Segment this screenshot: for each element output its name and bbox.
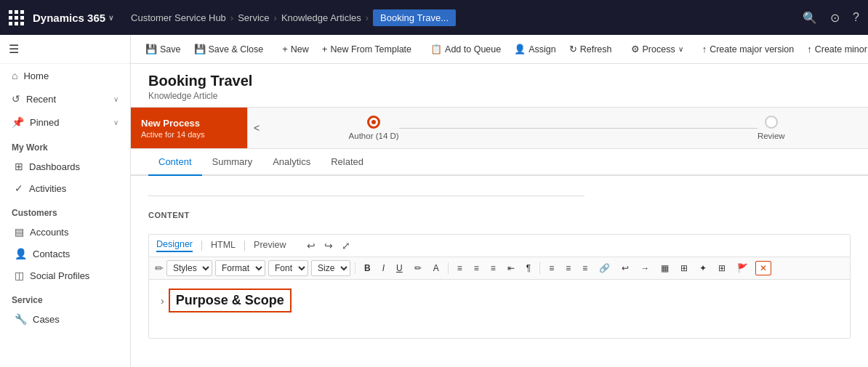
article-title-input[interactable] [148, 176, 584, 196]
bold-button[interactable]: B [360, 261, 375, 275]
format-select[interactable]: Format [215, 260, 265, 276]
save-button[interactable]: 💾 Save [140, 41, 187, 57]
content-section: CONTENT [131, 202, 868, 234]
refresh-button[interactable]: ↻ Refresh [563, 41, 618, 57]
redo2-button[interactable]: → [636, 261, 654, 275]
save-label: Save [160, 44, 181, 55]
tab-content[interactable]: Content [148, 149, 202, 176]
add-to-queue-button[interactable]: 📋 Add to Queue [425, 41, 507, 57]
undo2-button[interactable]: ↩ [617, 261, 633, 275]
process-button[interactable]: ⚙ Process ∨ [625, 41, 689, 57]
sidebar-item-pinned[interactable]: 📌 Pinned ∨ [0, 110, 130, 134]
list-ul-button[interactable]: ≡ [544, 261, 558, 275]
form-header: Booking Travel Knowledge Article [131, 64, 868, 107]
breadcrumb-active[interactable]: Booking Trave... [373, 9, 456, 26]
app-name[interactable]: Dynamics 365 ∨ [33, 12, 113, 24]
sidebar-item-contacts[interactable]: 👤 Contacts [0, 243, 130, 265]
search-icon[interactable]: 🔍 [803, 11, 817, 25]
clear-format-button[interactable]: ✕ [755, 261, 771, 275]
sidebar-item-recent[interactable]: ↺ Recent ∨ [0, 87, 130, 110]
align-justify-button[interactable]: ≡ [486, 261, 500, 275]
new-label: New [291, 44, 309, 55]
create-major-button[interactable]: ↑ Create major version [696, 41, 800, 57]
save-close-icon: 💾 [194, 44, 206, 55]
template-icon: + [322, 44, 328, 55]
section-my-work: My Work [0, 134, 130, 156]
queue-icon: 📋 [430, 44, 442, 55]
embed-button[interactable]: ⊞ [714, 261, 730, 275]
redo-button[interactable]: ↪ [324, 240, 333, 251]
app-chevron: ∨ [108, 14, 113, 22]
sidebar-item-home[interactable]: ⌂ Home [0, 64, 130, 87]
content-area: 💾 Save 💾 Save & Close + New + New From T… [131, 35, 868, 367]
process-bar: New Process Active for 14 days < Author … [131, 107, 868, 149]
align-right-button[interactable]: ≡ [578, 261, 592, 275]
sidebar-item-accounts[interactable]: ▤ Accounts [0, 221, 130, 243]
section-service: Service [0, 286, 130, 308]
pinned-chevron: ∨ [113, 118, 118, 126]
process-collapse-button[interactable]: < [247, 108, 265, 148]
font-select[interactable]: Font [268, 260, 308, 276]
hamburger-menu[interactable]: ☰ [9, 42, 19, 56]
undo-button[interactable]: ↩ [307, 240, 316, 251]
assign-button[interactable]: 👤 Assign [508, 41, 562, 57]
table-button[interactable]: ▦ [656, 261, 673, 275]
font-color-button[interactable]: A [429, 261, 443, 275]
align-center-button[interactable]: ≡ [470, 261, 483, 275]
new-template-label: New From Template [330, 44, 411, 55]
styles-select[interactable]: Styles [166, 260, 212, 276]
waffle-menu[interactable] [9, 10, 24, 25]
sidebar-header: ☰ [0, 35, 130, 64]
sidebar-item-activities[interactable]: ✓ Activities [0, 177, 130, 199]
list-ol-button[interactable]: ≡ [561, 261, 575, 275]
social-icon: ◫ [15, 270, 24, 281]
sidebar-item-dashboards[interactable]: ⊞ Dashboards [0, 156, 130, 177]
italic-button[interactable]: I [378, 261, 389, 275]
expand-button[interactable]: ⤢ [342, 240, 350, 251]
sidebar: ☰ ⌂ Home ↺ Recent ∨ 📌 Pinned ∨ My Work ⊞… [0, 35, 131, 367]
refresh-label: Refresh [580, 44, 612, 55]
process-stages: Author (14 D) Review [265, 116, 868, 140]
cases-icon: 🔧 [15, 313, 27, 325]
flag-button[interactable]: 🚩 [733, 261, 752, 275]
breadcrumb-csh[interactable]: Customer Service Hub [131, 12, 226, 23]
help-icon[interactable]: ? [853, 11, 859, 24]
save-close-button[interactable]: 💾 Save & Close [188, 41, 270, 57]
accounts-icon: ▤ [15, 226, 24, 238]
editor-content[interactable]: › Purpose & Scope [149, 280, 850, 338]
tab-analytics[interactable]: Analytics [262, 149, 321, 176]
create-minor-button[interactable]: ↑ Create minor [801, 41, 868, 57]
link-button[interactable]: 🔗 [595, 261, 614, 275]
editor-tab-designer[interactable]: Designer [156, 239, 193, 252]
editor-tab-preview[interactable]: Preview [254, 240, 286, 251]
sidebar-item-social-profiles[interactable]: ◫ Social Profiles [0, 265, 130, 286]
sidebar-item-cases[interactable]: 🔧 Cases [0, 308, 130, 330]
breadcrumb-service[interactable]: Service [238, 12, 269, 23]
breadcrumb-ka[interactable]: Knowledge Articles [281, 12, 361, 23]
editor-actions: ↩ ↪ ⤢ [307, 240, 350, 251]
paragraph-button[interactable]: ¶ [522, 261, 535, 275]
breadcrumb: Customer Service Hub › Service › Knowled… [131, 9, 456, 26]
process-stage-review: Review [758, 116, 785, 140]
indent-button[interactable]: ⇤ [503, 261, 519, 275]
stage-author-label: Author (14 D) [349, 132, 399, 140]
underline-button[interactable]: U [392, 261, 407, 275]
activities-icon: ✓ [15, 182, 23, 194]
editor-toolbar: ✏ Styles Format Font Size B I [149, 257, 850, 280]
new-from-template-button[interactable]: + New From Template [316, 41, 417, 57]
size-select[interactable]: Size [311, 260, 350, 276]
tab-related[interactable]: Related [321, 149, 374, 176]
cases-label: Cases [33, 314, 60, 325]
special-button[interactable]: ✦ [695, 261, 711, 275]
home-icon: ⌂ [12, 70, 17, 81]
dynamics-label: Dynamics 365 [33, 12, 105, 24]
align-left-button[interactable]: ≡ [453, 261, 467, 275]
new-button[interactable]: + New [276, 41, 315, 57]
settings-icon[interactable]: ⊙ [830, 11, 840, 25]
tab-summary[interactable]: Summary [202, 149, 263, 176]
form-title: Booking Travel [148, 73, 851, 89]
editor-tab-html[interactable]: HTML [211, 240, 236, 251]
highlight-button[interactable]: ✏ [410, 261, 426, 275]
image-button[interactable]: ⊞ [676, 261, 692, 275]
editor-tab-sep-1 [201, 241, 202, 251]
